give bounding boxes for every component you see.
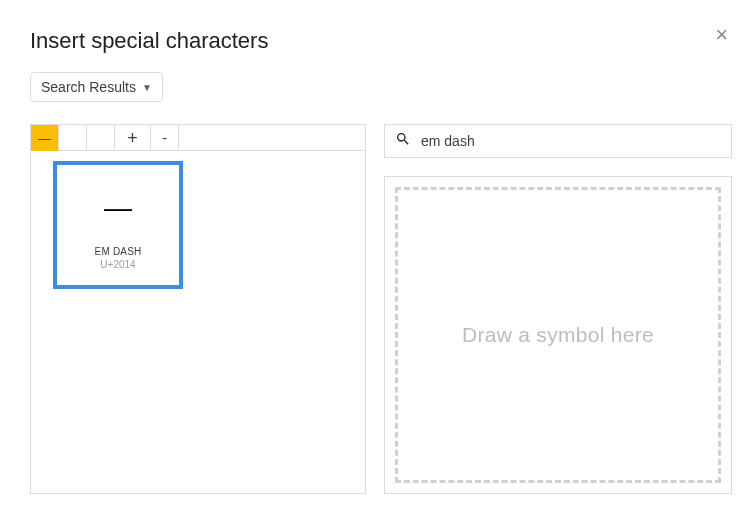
draw-placeholder: Draw a symbol here: [462, 323, 654, 347]
preview-glyph: —: [104, 194, 132, 222]
dialog-title: Insert special characters: [30, 28, 268, 54]
char-preview[interactable]: — EM DASH U+2014: [53, 161, 183, 289]
preview-name: EM DASH: [95, 246, 142, 257]
char-tab-plus[interactable]: +: [115, 125, 151, 151]
char-tab-1[interactable]: [59, 125, 87, 151]
preview-code: U+2014: [100, 259, 135, 270]
char-tab-row: — + -: [31, 125, 365, 151]
close-icon[interactable]: ×: [711, 20, 732, 50]
search-icon: [395, 131, 411, 151]
search-box[interactable]: [384, 124, 732, 158]
search-input[interactable]: [419, 132, 721, 150]
char-tab-emdash[interactable]: —: [31, 125, 59, 151]
category-dropdown[interactable]: Search Results ▼: [30, 72, 163, 102]
char-tab-minus[interactable]: -: [151, 125, 179, 151]
results-panel: — + - — EM DASH U+2014: [30, 124, 366, 494]
chevron-down-icon: ▼: [142, 82, 152, 93]
dropdown-label: Search Results: [41, 79, 136, 95]
char-tab-2[interactable]: [87, 125, 115, 151]
draw-panel: Draw a symbol here: [384, 176, 732, 494]
draw-area[interactable]: Draw a symbol here: [395, 187, 721, 483]
